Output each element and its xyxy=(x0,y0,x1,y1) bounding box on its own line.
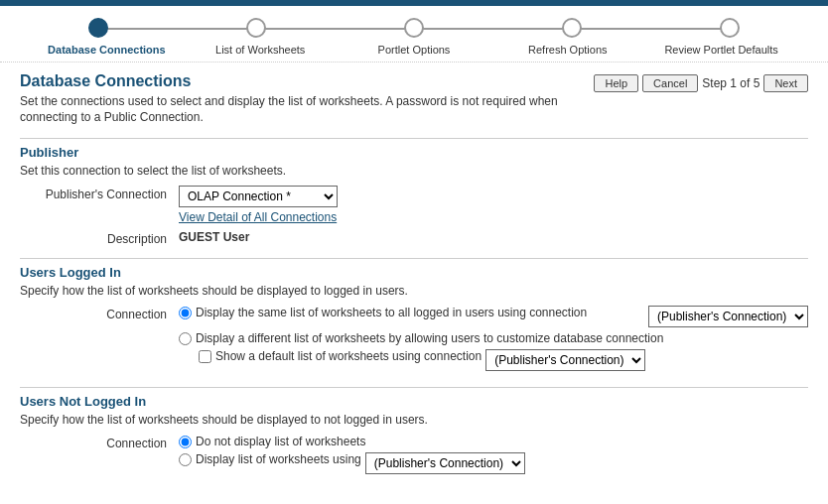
wizard-label-4[interactable]: Refresh Options xyxy=(490,44,644,56)
publisher-desc-value-container: GUEST User xyxy=(179,230,808,244)
not-logged-in-option-1-label: Do not display list of worksheets xyxy=(196,435,365,448)
publisher-desc-label: Description xyxy=(20,230,179,246)
logged-in-radio-1[interactable] xyxy=(179,307,192,319)
logged-in-options: Display the same list of worksheets to a… xyxy=(179,306,808,375)
not-logged-in-options: Do not display list of worksheets Displa… xyxy=(179,435,808,478)
logged-in-connection-row: Connection Display the same list of work… xyxy=(20,306,808,375)
publisher-section: Publisher Set this connection to select … xyxy=(20,138,808,246)
logged-in-option-1: Display the same list of worksheets to a… xyxy=(179,306,587,319)
users-not-logged-in-title: Users Not Logged In xyxy=(20,394,808,409)
logged-in-radio-2[interactable] xyxy=(179,332,192,345)
wizard-circle-1 xyxy=(88,18,108,38)
users-logged-in-title: Users Logged In xyxy=(20,265,808,280)
wizard-container: Database Connections List of Worksheets … xyxy=(0,6,828,63)
wizard-step-2 xyxy=(178,18,336,38)
logged-in-option-3-select[interactable]: (Publisher's Connection) xyxy=(485,349,645,371)
publisher-desc-value: GUEST User xyxy=(179,230,249,244)
wizard-step-1 xyxy=(20,18,178,38)
publisher-section-title: Publisher xyxy=(20,145,808,160)
wizard-steps xyxy=(20,18,808,38)
publisher-connection-control: OLAP Connection * Connection 2 View Deta… xyxy=(179,186,808,224)
not-logged-in-connection-label: Connection xyxy=(20,435,179,450)
not-logged-in-option-2-select[interactable]: (Publisher's Connection) xyxy=(365,452,525,474)
not-logged-in-option-2-label: Display list of worksheets using xyxy=(196,452,361,466)
logged-in-connection-label: Connection xyxy=(20,306,179,321)
logged-in-option-2-label: Display a different list of worksheets b… xyxy=(196,331,663,345)
publisher-connection-row: Publisher's Connection OLAP Connection *… xyxy=(20,186,808,224)
top-next-button[interactable]: Next xyxy=(763,74,808,92)
not-logged-in-option-1: Do not display list of worksheets xyxy=(179,435,808,448)
not-logged-in-radio-1[interactable] xyxy=(179,436,192,448)
not-logged-in-connection-row: Connection Do not display list of worksh… xyxy=(20,435,808,478)
page-content: Database Connections Set the connections… xyxy=(0,63,828,494)
top-cancel-button[interactable]: Cancel xyxy=(642,74,698,92)
publisher-connection-select[interactable]: OLAP Connection * Connection 2 xyxy=(179,186,338,207)
users-not-logged-in-desc: Specify how the list of worksheets shoul… xyxy=(20,413,808,427)
page-desc-1: Set the connections used to select and d… xyxy=(20,94,558,108)
top-help-button[interactable]: Help xyxy=(594,74,638,92)
page-desc-2: connecting to a Public Connection. xyxy=(20,110,558,124)
publisher-section-desc: Set this connection to select the list o… xyxy=(20,164,808,178)
wizard-label-3[interactable]: Portlet Options xyxy=(338,44,491,56)
not-logged-in-radio-2[interactable] xyxy=(179,453,192,466)
logged-in-option-2: Display a different list of worksheets b… xyxy=(179,331,808,345)
wizard-labels: Database Connections List of Worksheets … xyxy=(20,44,808,56)
logged-in-option-3: Show a default list of worksheets using … xyxy=(199,349,808,371)
page-title: Database Connections xyxy=(20,72,558,90)
wizard-step-3 xyxy=(336,18,493,38)
wizard-label-2[interactable]: List of Worksheets xyxy=(184,44,338,56)
wizard-step-4 xyxy=(492,18,650,38)
wizard-circle-2 xyxy=(246,18,266,38)
wizard-step-5 xyxy=(650,18,808,38)
view-detail-link[interactable]: View Detail of All Connections xyxy=(179,210,337,224)
wizard-circle-4 xyxy=(562,18,582,38)
not-logged-in-option-2: Display list of worksheets using (Publis… xyxy=(179,452,808,474)
publisher-connection-label: Publisher's Connection xyxy=(20,186,179,201)
top-step-label: Step 1 of 5 xyxy=(702,76,759,90)
logged-in-checkbox-3[interactable] xyxy=(199,350,211,363)
users-not-logged-in-section: Users Not Logged In Specify how the list… xyxy=(20,387,808,478)
publisher-desc-row: Description GUEST User xyxy=(20,230,808,246)
page-title-block: Database Connections Set the connections… xyxy=(20,72,558,126)
logged-in-option-3-label: Show a default list of worksheets using … xyxy=(215,349,482,363)
logged-in-option-1-select[interactable]: (Publisher's Connection) xyxy=(648,306,808,327)
wizard-label-5[interactable]: Review Portlet Defaults xyxy=(644,44,798,56)
wizard-circle-5 xyxy=(720,18,740,38)
wizard-label-1[interactable]: Database Connections xyxy=(30,44,184,56)
wizard-circle-3 xyxy=(404,18,424,38)
logged-in-option-1-label: Display the same list of worksheets to a… xyxy=(196,306,587,319)
users-logged-in-desc: Specify how the list of worksheets shoul… xyxy=(20,284,808,298)
users-logged-in-section: Users Logged In Specify how the list of … xyxy=(20,258,808,375)
